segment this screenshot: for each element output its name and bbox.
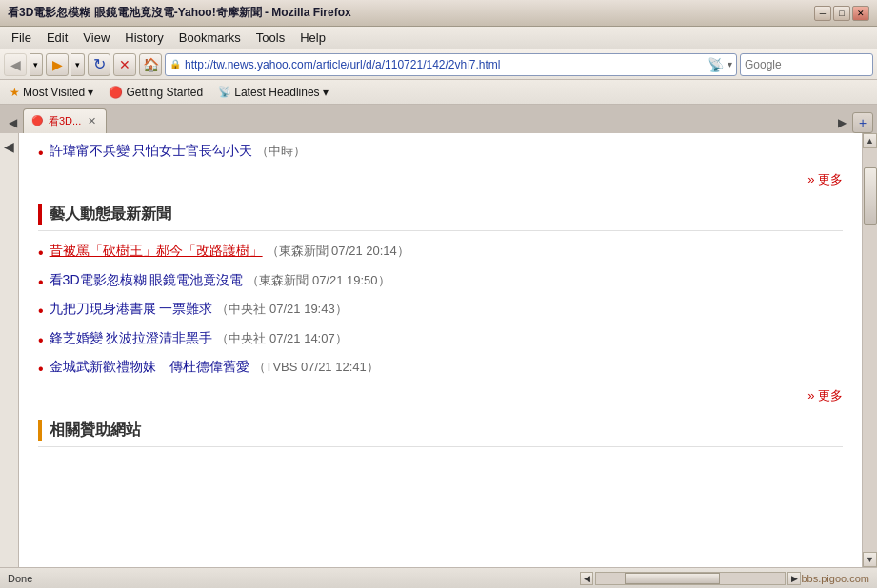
news-link-4[interactable]: 鋒芝婚變 狄波拉澄清非黑手	[50, 330, 213, 345]
section-bar-orange-icon	[38, 420, 42, 441]
new-tab-button[interactable]: +	[852, 112, 873, 133]
search-bar: 🔍	[740, 53, 873, 76]
url-bar[interactable]: 🔒 📡 ▾	[165, 53, 737, 76]
tab-right-button[interactable]: ▶	[833, 112, 850, 133]
latest-headlines-icon: 📡	[218, 86, 231, 98]
news-item-5: • 金城武新歡禮物妹 傳杜德偉舊愛 （TVBS 07/21 12:41）	[38, 359, 843, 380]
news-link-1[interactable]: 昔被罵「砍樹王」郝今「改路護樹」	[50, 243, 263, 258]
forward-dropdown[interactable]: ▾	[71, 53, 85, 76]
top-news-source: （中時）	[256, 144, 306, 158]
bullet-3: •	[38, 301, 44, 322]
news-item-1: • 昔被罵「砍樹王」郝今「改路護樹」 （東森新聞 07/21 20:14）	[38, 243, 843, 264]
section-bar-icon	[38, 204, 42, 225]
scrollbar-right: ▲ ▼	[862, 133, 877, 567]
scroll-down-button[interactable]: ▼	[863, 552, 877, 567]
top-news-item: • 許瑋甯不兵變 只怕女士官長勾小天 （中時）	[38, 143, 843, 164]
minimize-button[interactable]: ─	[814, 6, 831, 21]
scroll-up-button[interactable]: ▲	[863, 133, 877, 148]
scroll-track-h[interactable]	[595, 572, 786, 585]
scroll-left-button[interactable]: ◀	[580, 572, 593, 585]
back-dropdown[interactable]: ▾	[30, 53, 43, 76]
news-source-4: （中央社 07/21 14:07）	[216, 331, 347, 345]
tab-bar: ◀ 🔴 看3D... ✕ ▶ +	[0, 105, 877, 133]
top-news-text[interactable]: 許瑋甯不兵變 只怕女士官長勾小天 （中時）	[50, 143, 307, 160]
getting-started-icon: 🔴	[109, 86, 123, 99]
bullet-5: •	[38, 359, 44, 380]
news-source-5: （TVBS 07/21 12:41）	[253, 360, 379, 374]
bullet-icon: •	[38, 143, 44, 164]
news-source-2: （東森新聞 07/21 19:50）	[247, 273, 389, 287]
more-link-bottom[interactable]: » 更多	[38, 387, 843, 404]
window-title: 看3D電影忽模糊 眼鏡電池竟沒電-Yahoo!奇摩新聞 - Mozilla Fi…	[8, 5, 351, 21]
feed-icon[interactable]: 📡	[708, 57, 724, 72]
news-link-2[interactable]: 看3D電影忽模糊 眼鏡電池竟沒電	[50, 272, 244, 287]
most-visited-bookmark[interactable]: ★ Most Visited ▾	[6, 84, 97, 101]
menu-bookmarks[interactable]: Bookmarks	[171, 29, 249, 47]
menu-file[interactable]: File	[4, 29, 39, 47]
news-item-2: • 看3D電影忽模糊 眼鏡電池竟沒電 （東森新聞 07/21 19:50）	[38, 272, 843, 293]
news-link-5[interactable]: 金城武新歡禮物妹 傳杜德偉舊愛	[50, 359, 249, 374]
back-button[interactable]: ◀	[4, 53, 27, 76]
home-button[interactable]: 🏠	[139, 53, 162, 76]
horizontal-scrollbar: ◀ ▶	[580, 572, 801, 585]
tab-label: 看3D...	[49, 114, 81, 128]
section-header-related: 相關贊助網站	[38, 420, 843, 447]
section-title-related: 相關贊助網站	[50, 421, 141, 441]
nav-bar: ◀ ▾ ▶ ▾ ↻ ✕ 🏠 🔒 📡 ▾ 🔍	[0, 49, 877, 80]
menu-bar: File Edit View History Bookmarks Tools H…	[0, 27, 877, 49]
news-source-3: （中央社 07/21 19:43）	[216, 302, 347, 316]
scroll-track[interactable]	[863, 148, 877, 552]
watermark: bbs.pigoo.com	[801, 573, 869, 584]
more-link-top[interactable]: » 更多	[38, 171, 843, 188]
menu-edit[interactable]: Edit	[39, 29, 75, 47]
close-button[interactable]: ✕	[852, 6, 869, 21]
menu-tools[interactable]: Tools	[249, 29, 292, 47]
section-header-arts: 藝人動態最新新聞	[38, 204, 843, 231]
window-controls: ─ □ ✕	[814, 6, 869, 21]
latest-headlines-bookmark[interactable]: 📡 Latest Headlines ▾	[214, 84, 332, 101]
scroll-thumb-h[interactable]	[625, 573, 720, 584]
tab-left-button[interactable]: ◀	[4, 112, 21, 133]
forward-button[interactable]: ▶	[46, 53, 69, 76]
scroll-thumb[interactable]	[864, 167, 877, 225]
url-dropdown[interactable]: ▾	[728, 59, 732, 69]
url-page-icon: 🔒	[169, 59, 181, 69]
most-visited-label: Most Visited ▾	[23, 86, 93, 99]
bookmarks-bar: ★ Most Visited ▾ 🔴 Getting Started 📡 Lat…	[0, 80, 877, 105]
bullet-2: •	[38, 272, 44, 293]
top-news-link[interactable]: 許瑋甯不兵變 只怕女士官長勾小天	[50, 143, 253, 158]
tab-close-button[interactable]: ✕	[85, 115, 98, 128]
side-left-arrow[interactable]: ◀	[2, 137, 16, 156]
getting-started-bookmark[interactable]: 🔴 Getting Started	[105, 84, 207, 101]
getting-started-label: Getting Started	[126, 86, 203, 99]
page-content: • 許瑋甯不兵變 只怕女士官長勾小天 （中時） » 更多 藝人動態最新新聞 • …	[19, 133, 862, 567]
status-bar: Done ◀ ▶ bbs.pigoo.com	[0, 567, 877, 588]
menu-view[interactable]: View	[75, 29, 117, 47]
reload-button[interactable]: ↻	[88, 53, 110, 76]
search-input[interactable]	[741, 58, 873, 71]
main-area: ◀ • 許瑋甯不兵變 只怕女士官長勾小天 （中時） » 更多 藝人動態最新新聞 …	[0, 133, 877, 567]
latest-headlines-label: Latest Headlines ▾	[234, 86, 329, 99]
scroll-right-button[interactable]: ▶	[787, 572, 801, 585]
side-nav: ◀	[0, 133, 19, 567]
news-link-3[interactable]: 九把刀現身港書展 一票難求	[50, 301, 213, 316]
bullet-1: •	[38, 243, 44, 264]
tab-favicon: 🔴	[31, 115, 45, 128]
bullet-4: •	[38, 330, 44, 351]
active-tab[interactable]: 🔴 看3D... ✕	[23, 108, 107, 133]
news-item-4: • 鋒芝婚變 狄波拉澄清非黑手 （中央社 07/21 14:07）	[38, 330, 843, 351]
url-input[interactable]	[185, 58, 704, 71]
menu-history[interactable]: History	[117, 29, 170, 47]
maximize-button[interactable]: □	[833, 6, 850, 21]
title-bar: 看3D電影忽模糊 眼鏡電池竟沒電-Yahoo!奇摩新聞 - Mozilla Fi…	[0, 0, 877, 27]
news-item-3: • 九把刀現身港書展 一票難求 （中央社 07/21 19:43）	[38, 301, 843, 322]
news-source-1: （東森新聞 07/21 20:14）	[267, 244, 409, 258]
status-text: Done	[8, 573, 580, 584]
section-title-arts: 藝人動態最新新聞	[50, 205, 171, 225]
most-visited-icon: ★	[10, 86, 20, 99]
stop-button[interactable]: ✕	[113, 53, 136, 76]
menu-help[interactable]: Help	[292, 29, 333, 47]
